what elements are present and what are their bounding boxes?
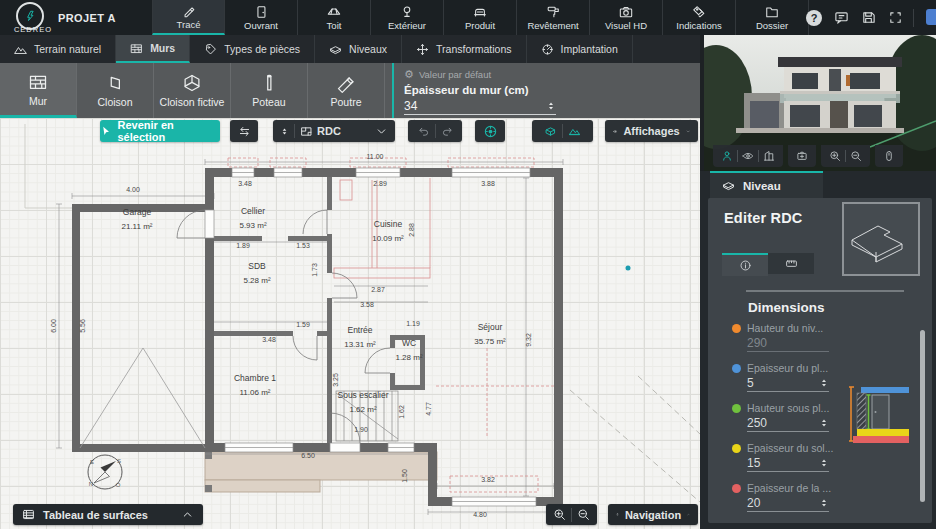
ribbon-item-transformations[interactable]: Transformations — [402, 35, 526, 63]
tool-cloison[interactable]: Cloison — [77, 63, 154, 118]
field-input[interactable]: 15 — [747, 456, 829, 472]
wall-section-diagram — [849, 385, 911, 447]
floorplan-canvas[interactable]: ESNO Garage21.11 m²Cellier5.93 m²Cuisine… — [0, 118, 700, 529]
folder-icon — [765, 5, 779, 19]
stepper-arrows-icon[interactable] — [819, 377, 829, 389]
plan-text: Garage — [123, 207, 152, 217]
field-input[interactable]: 20 — [747, 496, 829, 512]
level-value: RDC — [317, 125, 375, 137]
stepper-arrows-icon[interactable] — [819, 457, 829, 469]
stepper-arrows-icon[interactable] — [819, 417, 829, 429]
field-input[interactable]: 5 — [747, 376, 829, 392]
terrain-toggle-icon[interactable] — [568, 125, 581, 138]
snapshot-button[interactable] — [788, 145, 816, 167]
help-button[interactable]: ? — [805, 9, 823, 27]
ribbon-item-types-de-pieces[interactable]: Types de pièces — [190, 35, 315, 63]
tab-produit[interactable]: Produit — [444, 0, 517, 35]
panel-scrollbar[interactable] — [920, 330, 925, 502]
level-selector[interactable]: RDC — [273, 120, 395, 142]
walkthrough-person-icon[interactable] — [721, 150, 733, 162]
ribbon-item-murs[interactable]: Murs — [116, 35, 190, 63]
tab-toit[interactable]: Toit — [298, 0, 371, 35]
chat-icon — [834, 10, 849, 25]
plan-text: Cellier — [241, 206, 265, 216]
plan-text: 2.87 — [371, 286, 385, 293]
tool-poteau[interactable]: Poteau — [231, 63, 308, 118]
tab-niveau[interactable]: Niveau — [710, 173, 823, 198]
zoom-out-icon[interactable] — [577, 508, 590, 521]
zoom-in-icon[interactable] — [829, 150, 841, 162]
stepper-arrows-icon[interactable] — [819, 497, 829, 509]
3d-navigation-button[interactable] — [875, 145, 903, 167]
tags-icon — [692, 5, 706, 19]
swap-tool-button[interactable] — [230, 120, 258, 142]
plan-text: 21.11 m² — [122, 222, 153, 231]
trace-ribbon: Terrain naturel Murs Types de pièces Niv… — [0, 35, 700, 63]
tab-exterieur[interactable]: Extérieur — [371, 0, 444, 35]
ribbon-label: Murs — [150, 42, 175, 54]
navigation-dropdown[interactable]: Navigation — [608, 504, 698, 525]
field-label: Hauteur sous pl... — [747, 402, 829, 414]
color-tool-button[interactable] — [475, 120, 505, 142]
ribbon-label: Types de pièces — [224, 43, 300, 55]
plan-text: 9.32 — [525, 333, 532, 347]
tab-ouvrant[interactable]: Ouvrant — [225, 0, 298, 35]
tool-poutre[interactable]: Poutre — [308, 63, 385, 118]
field-input[interactable]: 250 — [747, 416, 829, 432]
tab-revetement[interactable]: Revêtement — [517, 0, 590, 35]
divider — [294, 124, 295, 138]
plan-text: 1.62 — [398, 405, 405, 419]
plan-text: 1.50 — [401, 469, 408, 483]
user-avatar[interactable] — [926, 9, 936, 25]
swap-icon — [238, 125, 251, 138]
tab-label: Dossier — [756, 20, 788, 31]
plan-text: 11.00 — [367, 153, 384, 160]
view-eye-icon[interactable] — [742, 150, 754, 162]
ribbon-item-implantation[interactable]: Implantation — [527, 35, 633, 63]
tab-visuel-hd[interactable]: Visuel HD — [590, 0, 663, 35]
door-icon — [254, 5, 268, 19]
ribbon-item-niveaux[interactable]: Niveaux — [315, 35, 402, 63]
mouse-icon — [616, 508, 619, 521]
section-view-icon[interactable] — [763, 150, 775, 162]
affichages-dropdown[interactable]: Affichages — [605, 120, 698, 142]
plan-interior-walls[interactable] — [214, 177, 425, 443]
surface-table-button[interactable]: Tableau de surfaces — [13, 504, 203, 525]
ribbon-item-terrain-naturel[interactable]: Terrain naturel — [0, 35, 116, 63]
stepper-arrows-icon[interactable] — [546, 100, 556, 112]
field-label: Epaisseur de la ... — [747, 482, 831, 494]
field-value: 5 — [747, 376, 819, 390]
floor-plan-drawing: ESNO Garage21.11 m²Cellier5.93 m²Cuisine… — [0, 118, 700, 529]
ribbon-label: Niveaux — [349, 43, 387, 55]
wall-toolbar: Mur Cloison Cloison fictive Poteau Poutr… — [0, 63, 700, 118]
tree-icon — [400, 5, 414, 19]
undo-icon[interactable] — [417, 125, 430, 138]
point-marker[interactable] — [626, 266, 631, 271]
plan-text: O — [116, 482, 121, 488]
floorplan-icon — [300, 125, 313, 138]
plan-text: 2.88 — [408, 223, 415, 237]
tool-label: Poteau — [252, 96, 285, 108]
cedreo-logo[interactable]: CEDREO — [10, 1, 56, 35]
wall-thickness-input[interactable]: 34 — [404, 99, 556, 115]
roof-3d-toggle-icon[interactable] — [544, 125, 557, 138]
tab-dossier[interactable]: Dossier — [736, 0, 809, 35]
tab-indications[interactable]: Indications — [663, 0, 736, 35]
back-to-select-button[interactable]: Revenir en sélection — [100, 120, 220, 142]
level-stepper-icon[interactable] — [280, 126, 289, 137]
tool-mur[interactable]: Mur — [0, 63, 77, 118]
layers-icon — [329, 43, 342, 56]
tab-trace[interactable]: Tracé — [152, 0, 225, 35]
top-actions: ? — [805, 0, 914, 35]
roller-icon — [546, 5, 560, 19]
zoom-in-icon[interactable] — [553, 508, 566, 521]
tool-cloison-fictive[interactable]: Cloison fictive — [154, 63, 231, 118]
save-button[interactable] — [859, 9, 877, 27]
plan-text: N — [89, 481, 93, 487]
divider — [562, 124, 563, 138]
chat-button[interactable] — [832, 9, 850, 27]
redo-icon[interactable] — [441, 125, 454, 138]
fullscreen-button[interactable] — [886, 9, 904, 27]
field-input[interactable]: 290 — [747, 336, 829, 352]
zoom-out-icon[interactable] — [850, 150, 862, 162]
